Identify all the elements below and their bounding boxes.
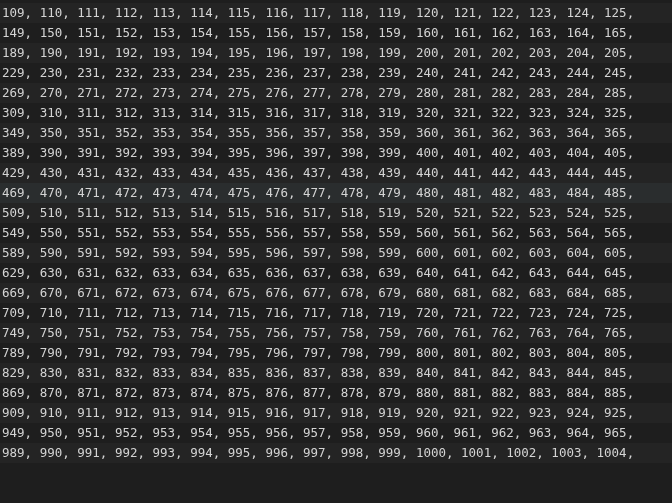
code-line[interactable]: 789, 790, 791, 792, 793, 794, 795, 796, … xyxy=(0,343,672,363)
code-line[interactable]: 629, 630, 631, 632, 633, 634, 635, 636, … xyxy=(0,263,672,283)
code-line[interactable]: 989, 990, 991, 992, 993, 994, 995, 996, … xyxy=(0,443,672,463)
code-line[interactable]: 509, 510, 511, 512, 513, 514, 515, 516, … xyxy=(0,203,672,223)
code-line[interactable]: 669, 670, 671, 672, 673, 674, 675, 676, … xyxy=(0,283,672,303)
code-line[interactable]: 869, 870, 871, 872, 873, 874, 875, 876, … xyxy=(0,383,672,403)
code-line[interactable]: 189, 190, 191, 192, 193, 194, 195, 196, … xyxy=(0,43,672,63)
code-line[interactable]: 229, 230, 231, 232, 233, 234, 235, 236, … xyxy=(0,63,672,83)
code-line[interactable]: 349, 350, 351, 352, 353, 354, 355, 356, … xyxy=(0,123,672,143)
code-line[interactable]: 909, 910, 911, 912, 913, 914, 915, 916, … xyxy=(0,403,672,423)
code-editor-viewport[interactable]: 109, 110, 111, 112, 113, 114, 115, 116, … xyxy=(0,0,672,503)
code-line[interactable]: 429, 430, 431, 432, 433, 434, 435, 436, … xyxy=(0,163,672,183)
code-line[interactable]: 589, 590, 591, 592, 593, 594, 595, 596, … xyxy=(0,243,672,263)
code-line[interactable]: 469, 470, 471, 472, 473, 474, 475, 476, … xyxy=(0,183,672,203)
code-line[interactable]: 269, 270, 271, 272, 273, 274, 275, 276, … xyxy=(0,83,672,103)
code-line[interactable]: 949, 950, 951, 952, 953, 954, 955, 956, … xyxy=(0,423,672,443)
code-line[interactable]: 829, 830, 831, 832, 833, 834, 835, 836, … xyxy=(0,363,672,383)
code-line[interactable]: 709, 710, 711, 712, 713, 714, 715, 716, … xyxy=(0,303,672,323)
code-line[interactable]: 149, 150, 151, 152, 153, 154, 155, 156, … xyxy=(0,23,672,43)
code-line[interactable]: 109, 110, 111, 112, 113, 114, 115, 116, … xyxy=(0,3,672,23)
code-line[interactable]: 549, 550, 551, 552, 553, 554, 555, 556, … xyxy=(0,223,672,243)
code-line[interactable]: 749, 750, 751, 752, 753, 754, 755, 756, … xyxy=(0,323,672,343)
code-line[interactable]: 389, 390, 391, 392, 393, 394, 395, 396, … xyxy=(0,143,672,163)
code-line[interactable]: 309, 310, 311, 312, 313, 314, 315, 316, … xyxy=(0,103,672,123)
